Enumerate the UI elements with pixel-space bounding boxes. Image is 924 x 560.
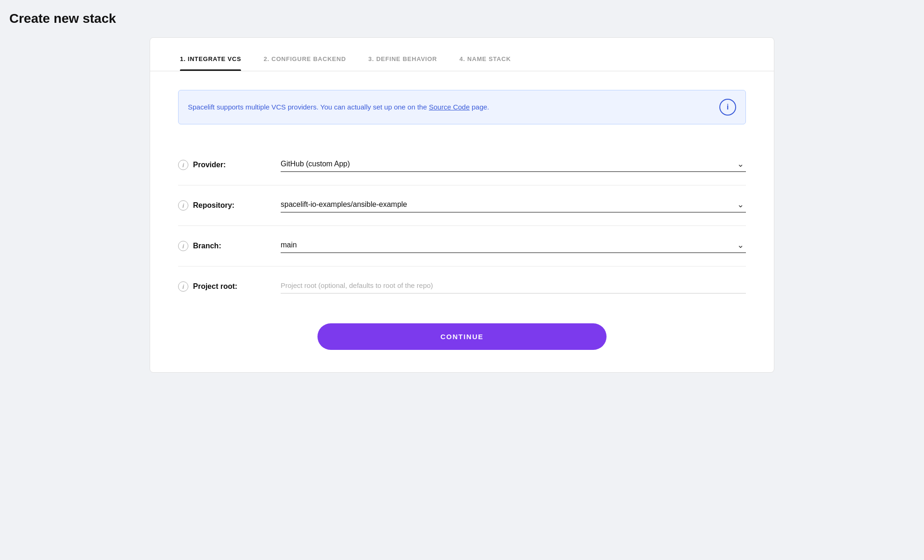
page-title: Create new stack xyxy=(9,11,915,26)
repository-control: spacelift-io-examples/ansible-example ⌄ xyxy=(281,198,746,212)
info-banner-icon: i xyxy=(719,99,736,116)
provider-label-group: i Provider: xyxy=(178,160,281,170)
main-card: 1. INTEGRATE VCS 2. CONFIGURE BACKEND 3.… xyxy=(150,37,774,373)
banner-text-before: Spacelift supports multiple VCS provider… xyxy=(188,103,429,111)
branch-select[interactable]: maindevelopmaster xyxy=(281,239,746,253)
tab-bar: 1. INTEGRATE VCS 2. CONFIGURE BACKEND 3.… xyxy=(150,38,774,71)
provider-info-icon[interactable]: i xyxy=(178,160,188,170)
branch-label: Branch: xyxy=(193,242,221,250)
tab-define-behavior[interactable]: 3. DEFINE BEHAVIOR xyxy=(357,55,448,71)
provider-select[interactable]: GitHub (custom App)GitLabBitbucketAzure … xyxy=(281,158,746,172)
provider-control: GitHub (custom App)GitLabBitbucketAzure … xyxy=(281,158,746,172)
repository-label-group: i Repository: xyxy=(178,200,281,211)
project-root-label-group: i Project root: xyxy=(178,281,281,292)
form-section: i Provider: GitHub (custom App)GitLabBit… xyxy=(178,145,746,307)
info-banner: Spacelift supports multiple VCS provider… xyxy=(178,90,746,124)
project-root-info-icon[interactable]: i xyxy=(178,281,188,292)
tab-integrate-vcs[interactable]: 1. INTEGRATE VCS xyxy=(169,55,252,71)
repository-row: i Repository: spacelift-io-examples/ansi… xyxy=(178,185,746,225)
tab-content: Spacelift supports multiple VCS provider… xyxy=(150,71,774,372)
project-root-control xyxy=(281,280,746,294)
provider-row: i Provider: GitHub (custom App)GitLabBit… xyxy=(178,145,746,185)
branch-info-icon[interactable]: i xyxy=(178,241,188,251)
provider-label: Provider: xyxy=(193,161,226,169)
banner-text-after: page. xyxy=(470,103,490,111)
branch-row: i Branch: maindevelopmaster ⌄ xyxy=(178,226,746,266)
repository-select[interactable]: spacelift-io-examples/ansible-example xyxy=(281,198,746,212)
tab-name-stack[interactable]: 4. NAME STACK xyxy=(448,55,522,71)
button-row: CONTINUE xyxy=(178,323,746,350)
project-root-row: i Project root: xyxy=(178,266,746,307)
repository-label: Repository: xyxy=(193,201,234,210)
project-root-input[interactable] xyxy=(281,280,746,294)
info-banner-text: Spacelift supports multiple VCS provider… xyxy=(188,102,710,113)
branch-label-group: i Branch: xyxy=(178,241,281,251)
branch-control: maindevelopmaster ⌄ xyxy=(281,239,746,253)
tab-configure-backend[interactable]: 2. CONFIGURE BACKEND xyxy=(252,55,357,71)
repository-info-icon[interactable]: i xyxy=(178,200,188,211)
continue-button[interactable]: CONTINUE xyxy=(317,323,607,350)
project-root-label: Project root: xyxy=(193,282,237,291)
source-code-link[interactable]: Source Code xyxy=(429,103,470,111)
